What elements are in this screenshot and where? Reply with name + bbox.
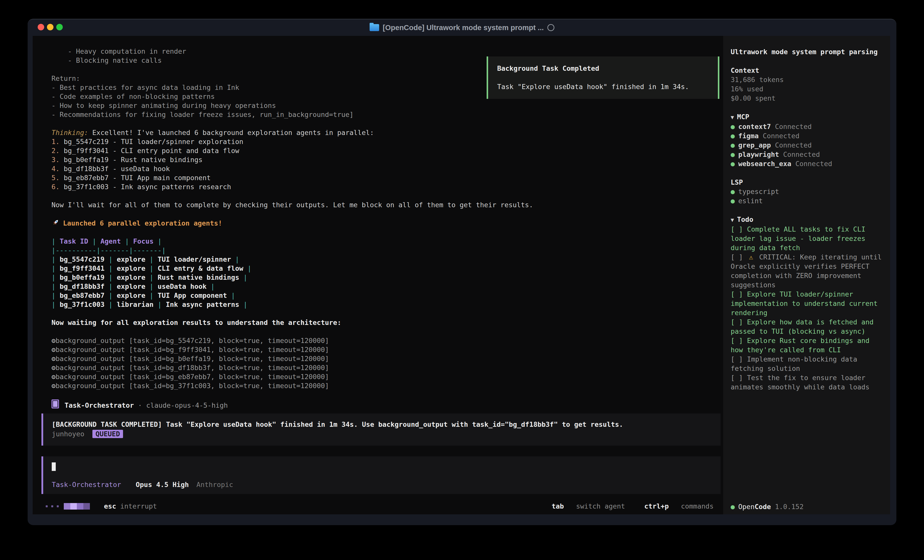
mcp-server-status: Connected [791,160,832,168]
connected-dot-icon: ● [730,151,735,158]
input-line[interactable] [52,463,716,473]
gear-icon: ⚙ [51,382,56,390]
terminal-line: 4. bg_df18bb3f - useData hook [51,164,723,174]
todo-text: CRITICAL: Keep iterating until Oracle ex… [730,253,882,289]
terminal-line: Now waiting for all exploration results … [51,318,723,327]
terminal-line: | bg_df18bb3f | explore | useData hook | [51,282,723,291]
spinner-dot [46,505,48,507]
terminal-line: Launched 6 parallel exploration agents! [51,219,723,228]
agent-name[interactable]: Task-Orchestrator [52,481,121,488]
terminal-line: Now I'll wait for all of them to complet… [51,201,723,210]
terminal-line: |----------|-------|-------| [51,246,723,255]
connected-dot-icon: ● [730,197,735,205]
todo-text: Complete ALL tasks to fix CLI loader lag… [730,225,865,252]
task-completed-text: [BACKGROUND TASK COMPLETED] Task "Explor… [52,420,716,429]
mcp-server-status: Connected [759,132,800,140]
agent-square-icon [51,400,59,409]
spinner-block [77,503,83,509]
terminal-line [51,309,723,318]
app-version [771,503,775,511]
background-task-completed-message: [BACKGROUND TASK COMPLETED] Task "Explor… [41,413,721,446]
mcp-item: ●grep_app Connected [730,141,883,150]
mcp-toggle[interactable]: ▼MCP [730,112,883,122]
lsp-item: ●eslint [730,196,883,205]
prompt-input[interactable]: Task-Orchestrator Opus 4.5 High Anthropi… [41,457,721,494]
mcp-item: ●context7 Connected [730,122,883,131]
gear-icon: ⚙ [51,364,56,371]
lsp-item: ●typescript [730,187,883,196]
gear-icon: ⚙ [51,337,56,344]
terminal-line: ⚙background_output [task_id=bg_f9ff3041,… [51,345,723,354]
connected-dot-icon: ● [730,160,735,168]
todo-section: ▼Todo [ ] Complete ALL tasks to fix CLI … [730,215,883,392]
todo-checkbox: [ ] [730,374,747,382]
todo-checkbox: [ ] [730,337,747,344]
gear-icon: ⚙ [51,355,56,362]
terminal-line: | bg_f9ff3041 | explore | CLI entry & da… [51,264,723,273]
terminal-line: 5. bg_eb87ebb7 - TUI App main component [51,174,723,183]
toast-notification[interactable]: Background Task Completed Task "Explore … [487,57,719,99]
mcp-server-name: grep_app [738,141,771,149]
status-left: esc interrupt [46,502,157,511]
ctrlp-key-label: commands [681,502,714,510]
agent-info-row: Task-Orchestrator Opus 4.5 High Anthropi… [52,480,716,489]
todo-text: Explore Rust core bindings and how they'… [730,337,870,354]
spinner-block [83,503,90,509]
connected-dot-icon: ● [730,141,735,149]
spinner-dot [57,505,59,507]
todo-toggle[interactable]: ▼Todo [730,215,883,225]
ctrlp-key-hint: ctrl+p [644,502,669,510]
terminal-line: 2. bg_f9ff3041 - CLI entry point and dat… [51,146,723,155]
window-title: [OpenCode] Ultrawork mode system prompt … [382,24,544,32]
terminal-line: - How to keep spinner animating during h… [51,101,723,110]
terminal-line: - Recommendations for fixing loader free… [51,110,723,119]
terminal-line: - Heavy computation in render [51,47,723,56]
session-title: Ultrawork mode system prompt parsing [730,47,883,57]
rocket-icon [51,219,60,226]
sidebar: Ultrawork mode system prompt parsing Con… [723,36,890,514]
mcp-item: ●playwright Connected [730,150,883,159]
opencode-window: [OpenCode] Ultrawork mode system prompt … [28,19,896,525]
terminal-line: ⚙background_output [task_id=bg_37f1c003,… [51,381,723,391]
lsp-server-name: typescript [738,188,779,195]
mcp-server-name: playwright [738,151,779,158]
queued-badge: QUEUED [92,430,123,438]
terminal-line: | Task ID | Agent | Focus | [51,237,723,246]
mcp-server-status: Connected [771,141,812,149]
provider-name: Anthropic [196,481,233,488]
app-name: Open [738,503,754,511]
spinner-block [70,503,77,509]
todo-item: [ ] Complete ALL tasks to fix CLI loader… [730,225,883,252]
model-name[interactable]: Opus 4.5 High [136,481,189,488]
lsp-section: LSP ●typescript●eslint [730,178,883,205]
connected-dot-icon: ● [730,123,735,130]
todo-text: Implement non-blocking data fetching sol… [730,355,857,372]
terminal-line [51,228,723,237]
todo-text: Explore TUI loader/spinner implementatio… [730,290,878,317]
todo-item: [ ] Test the fix to ensure loader animat… [730,373,883,392]
mcp-server-status: Connected [771,123,812,130]
terminal-line: Thinking: Excellent! I've launched 6 bac… [51,128,723,137]
context-section: Context 31,686 tokens 16% used $0.00 spe… [730,66,883,103]
lsp-heading: LSP [730,178,883,187]
mcp-item: ●websearch_exa Connected [730,159,883,168]
status-bar: esc interrupt tab switch agent ctrl+p co… [46,502,714,512]
text-cursor [52,463,56,471]
spinner-dot [51,505,53,507]
terminal-pane: - Heavy computation in render - Blocking… [33,36,723,514]
context-heading: Context [730,66,883,75]
gear-icon: ⚙ [51,373,56,380]
status-dot-icon: ● [730,503,735,511]
todo-item: [ ] Explore TUI loader/spinner implement… [730,289,883,317]
terminal-line [51,210,723,219]
terminal-line [51,327,723,336]
task-completed-meta: junhoyeo QUEUED [52,430,716,439]
context-spent: $0.00 spent [730,94,883,103]
todo-checkbox: [ ] [730,253,747,261]
terminal-line [51,192,723,201]
terminal-line: | bg_b0effa19 | explore | Rust native bi… [51,273,723,282]
toast-title: Background Task Completed [497,64,709,73]
warning-icon: ⚠ [749,253,753,261]
todo-text: Test the fix to ensure loader animates s… [730,374,870,391]
terminal-line: ⚙background_output [task_id=bg_b0effa19,… [51,354,723,363]
